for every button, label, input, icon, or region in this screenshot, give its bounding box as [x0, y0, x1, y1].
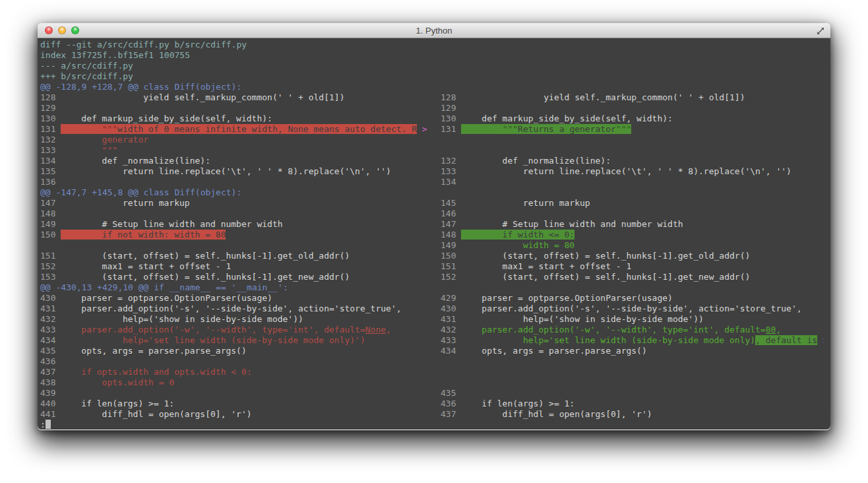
diff-right-cell: 149 width = 80 [441, 240, 823, 251]
code-text: def markup_side_by_side(self, width): [461, 113, 822, 124]
diff-meta-line: diff --git a/src/cdiff.py b/src/cdiff.py [40, 40, 830, 50]
diff-row: 149 # Setup line width and number width1… [40, 219, 830, 230]
diff-row: 136134 [40, 177, 830, 187]
line-number: 146 [441, 209, 461, 219]
code-text: help='set line width (side-by-side mode … [61, 335, 422, 346]
code-text [461, 177, 822, 187]
code-segment: if len(args) >= 1: [61, 399, 174, 408]
diff-left-cell [40, 240, 441, 251]
code-segment: if width <= 0: [461, 230, 574, 240]
code-segment: return line.replace('\t', ' ' * 8).repla… [461, 166, 791, 176]
code-segment: parser = optparse.OptionParser(usage) [461, 293, 673, 303]
code-segment: opts.width = 0 [61, 377, 174, 387]
minimize-button[interactable] [58, 26, 66, 34]
line-number: 128 [441, 92, 461, 103]
line-number: 437 [40, 367, 61, 377]
diff-right-cell: 436 if len(args) >= 1: [441, 399, 823, 409]
diff-left-cell: 151 (start, offset) = self._hunks[-1].ge… [40, 251, 441, 261]
diff-right-cell [441, 135, 823, 145]
code-segment: return markup [461, 198, 590, 208]
diff-left-cell: 434 help='set line width (side-by-side m… [40, 335, 441, 346]
close-button[interactable] [45, 26, 53, 34]
line-number: 145 [441, 198, 461, 209]
line-number: 152 [40, 261, 61, 272]
code-text [461, 145, 822, 156]
diff-right-cell: 435 [441, 388, 823, 399]
terminal-cursor [46, 420, 51, 429]
line-number: 429 [441, 293, 461, 304]
code-segment: return markup [61, 198, 190, 208]
diff-left-cell: 438 opts.width = 0 [40, 377, 441, 388]
window-title: 1. Python [38, 23, 830, 38]
line-number: 149 [441, 240, 461, 251]
diff-right-cell: 147 # Setup line width and number width [441, 219, 823, 230]
line-number: 435 [40, 346, 61, 356]
diff-right-cell: 431 help=('show in side-by-side mode')) [441, 314, 823, 325]
line-number: 431 [441, 314, 461, 325]
code-text: max1 = start + offset - 1 [61, 261, 422, 272]
diff-row: 132 generator [40, 135, 830, 145]
diff-left-cell: 435 opts, args = parser.parse_args() [40, 346, 441, 356]
code-text [461, 377, 822, 388]
code-segment: if not width: width = 80 [61, 230, 226, 240]
code-text: (start, offset) = self._hunks[-1].get_ne… [61, 272, 422, 282]
code-text: """Returns a generator""" [461, 124, 822, 135]
diff-right-cell: 145 return markup [441, 198, 823, 209]
code-text [61, 177, 422, 187]
code-segment: , [776, 325, 781, 335]
code-segment: 80 [766, 325, 776, 335]
line-number: 432 [441, 325, 461, 335]
zoom-button[interactable] [71, 26, 79, 34]
code-segment: help=('show in side-by-side mode')) [61, 314, 303, 324]
code-text: if len(args) >= 1: [461, 399, 822, 409]
code-text: """ [61, 145, 422, 156]
code-segment: (start, offset) = self._hunks[-1].get_ol… [461, 251, 750, 261]
diff-right-cell: 150 (start, offset) = self._hunks[-1].ge… [441, 251, 823, 261]
line-number: 135 [40, 166, 61, 177]
diff-right-cell: 433 help='set line width (side-by-side m… [441, 335, 823, 346]
code-text [61, 388, 422, 399]
diff-right-cell: 129 [441, 103, 823, 113]
code-text: opts, args = parser.parse_args() [461, 346, 822, 356]
diff-left-cell: 148 [40, 209, 441, 219]
diff-right-cell: 134 [441, 177, 823, 187]
code-segment: help=('show in side-by-side mode')) [461, 314, 704, 324]
code-segment: # Setup line width and number width [461, 219, 683, 229]
line-number: 150 [441, 251, 461, 261]
diff-left-cell: 153 (start, offset) = self._hunks[-1].ge… [40, 272, 441, 282]
diff-row: 135 return line.replace('\t', ' ' * 8).r… [40, 166, 830, 177]
code-text: max1 = start + offset - 1 [461, 261, 822, 272]
diff-left-cell: 433 parser.add_option('-w', '--width', t… [40, 325, 441, 335]
diff-right-cell [441, 377, 823, 388]
diff-right-cell: 131 """Returns a generator""" [441, 124, 823, 135]
code-segment: def _normalize(line): [61, 156, 210, 166]
code-segment: def _normalize(line): [461, 156, 611, 166]
code-text: (start, offset) = self._hunks[-1].get_ol… [61, 251, 422, 261]
line-number: 149 [40, 219, 61, 230]
fullscreen-button[interactable] [816, 26, 825, 36]
code-segment: , default is [755, 335, 817, 345]
code-text [61, 356, 422, 367]
line-number: 131 [441, 124, 461, 135]
window-titlebar[interactable]: 1. Python [38, 23, 830, 38]
diff-meta-line: --- a/src/cdiff.py [40, 61, 830, 71]
code-text: parser.add_option('-s', '--side-by-side'… [61, 304, 422, 314]
diff-row: 130 def markup_side_by_side(self, width)… [40, 113, 830, 124]
line-number [441, 135, 461, 145]
code-text: def _normalize(line): [461, 156, 822, 166]
code-text: parser = optparse.OptionParser(usage) [461, 293, 822, 304]
diff-right-cell: 430 parser.add_option('-s', '--side-by-s… [441, 304, 823, 314]
line-number: 152 [441, 272, 461, 282]
diff-right-cell: 152 (start, offset) = self._hunks[-1].ge… [441, 272, 823, 282]
code-text [61, 209, 422, 219]
code-segment: max1 = start + offset - 1 [61, 261, 231, 271]
diff-left-cell: 131 """width of 0 means infinite width, … [40, 124, 441, 135]
code-text: def _normalize(line): [61, 156, 422, 166]
diff-left-cell: 150 if not width: width = 80 [40, 230, 441, 240]
line-number: 151 [441, 261, 461, 272]
diff-left-cell: 430 parser = optparse.OptionParser(usage… [40, 293, 441, 304]
line-number: 148 [441, 230, 461, 240]
line-number: 431 [40, 304, 61, 314]
diff-right-cell: 146 [441, 209, 823, 219]
line-number: 132 [441, 156, 461, 166]
